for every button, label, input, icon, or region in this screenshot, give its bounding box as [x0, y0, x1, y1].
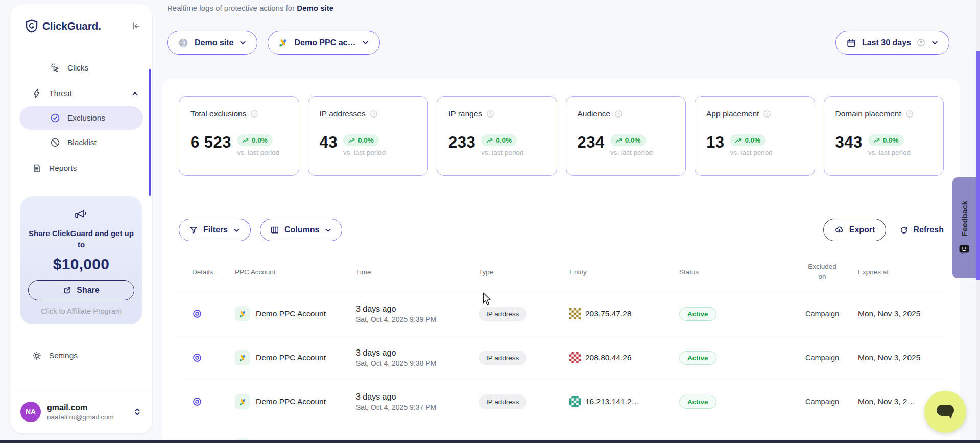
promo-title: Share ClickGuard and get up to — [28, 228, 135, 250]
share-button[interactable]: Share — [28, 280, 134, 300]
stat-caption: vs. last period — [481, 149, 523, 156]
ppc-account-cell: Demo PPC Account — [235, 394, 356, 409]
stat-change: 0.0% — [625, 136, 641, 144]
page-subtitle: Realtime logs of protective actions for … — [167, 4, 333, 12]
type-badge: IP address — [479, 351, 527, 365]
sidebar-item-reports[interactable]: Reports — [10, 155, 152, 181]
promo-caption[interactable]: Click to Affiliate Program — [28, 307, 135, 315]
stat-title: Audience — [578, 109, 611, 119]
table-row: Demo PPC Account 3 days ago Sat, Oct 4, … — [179, 380, 944, 424]
external-link-icon — [63, 286, 72, 295]
sidebar-item-threat[interactable]: Threat — [10, 81, 152, 106]
view-details-icon[interactable] — [192, 309, 202, 319]
feedback-tab[interactable]: Feedback — [952, 177, 976, 278]
document-icon — [32, 163, 42, 173]
cursor-click-icon — [50, 63, 60, 73]
sidebar-item-blacklist[interactable]: Blacklist — [10, 130, 152, 155]
page-scrollbar-thumb[interactable] — [976, 51, 980, 280]
column-header-status: Status — [679, 268, 786, 276]
svg-text:?: ? — [617, 112, 620, 116]
sidebar-nav: Clicks Threat Exclusions — [10, 55, 152, 181]
collapse-sidebar-icon[interactable] — [131, 21, 141, 31]
filters-button[interactable]: Filters — [179, 219, 251, 241]
prohibited-icon — [50, 137, 60, 148]
column-header-type: Type — [479, 268, 569, 276]
sidebar-scrollbar-thumb[interactable] — [149, 69, 151, 196]
help-icon[interactable]: ? — [250, 110, 258, 118]
filters-button-label: Filters — [203, 225, 228, 235]
details-cell — [179, 353, 235, 363]
type-cell: IP address — [479, 351, 569, 365]
sidebar-item-label: Reports — [49, 164, 77, 173]
time-cell: 3 days ago Sat, Oct 4, 2025 9:38 PM — [356, 348, 479, 367]
stat-card-audience: Audience? 234 0.0% vs. last period — [566, 96, 686, 176]
trending-up-icon — [486, 137, 493, 144]
chat-widget-button[interactable] — [924, 391, 966, 433]
chat-bubble-icon — [936, 403, 955, 421]
help-icon[interactable]: ? — [486, 110, 494, 118]
refresh-icon — [899, 225, 909, 235]
view-details-icon[interactable] — [192, 353, 202, 363]
chevron-down-icon — [324, 226, 332, 234]
sidebar-item-settings[interactable]: Settings — [10, 343, 152, 368]
stat-title: App placement — [706, 109, 759, 119]
date-range-selector[interactable]: Last 30 days ? — [835, 31, 949, 55]
entity-cell: 203.75.47.28 — [569, 308, 679, 319]
table-row: Demo PPC Account 3 days ago Sat, Oct 4, … — [179, 292, 944, 336]
subtitle-text: Realtime logs of protective actions for — [167, 4, 297, 12]
selector-row: Demo site Demo PPC ac… — [167, 31, 380, 55]
time-full: Sat, Oct 4, 2025 9:38 PM — [356, 359, 479, 367]
excluded-on-cell: Campaign — [786, 398, 858, 406]
gear-icon — [32, 351, 42, 361]
stat-change: 0.0% — [883, 136, 899, 144]
entity-value: 203.75.47.28 — [585, 309, 632, 318]
stat-card-app-placement: App placement? 13 0.0% vs. last period — [695, 96, 815, 176]
google-ads-icon — [235, 350, 250, 365]
help-icon[interactable]: ? — [763, 110, 771, 118]
status-badge: Active — [679, 395, 716, 409]
ppc-account-name: Demo PPC Account — [256, 309, 326, 318]
ppc-account-selector[interactable]: Demo PPC ac… — [268, 31, 379, 55]
help-icon[interactable]: ? — [905, 110, 914, 118]
svg-text:?: ? — [909, 112, 911, 116]
entity-identicon — [569, 352, 581, 363]
google-ads-icon — [235, 394, 250, 409]
details-cell — [179, 309, 235, 319]
stat-card-domain-placement: Domain placement? 343 0.0% vs. last peri… — [824, 96, 944, 176]
column-header-expires-at: Expires at — [858, 268, 944, 276]
site-selector[interactable]: Demo site — [167, 31, 257, 55]
refresh-button[interactable]: Refresh — [899, 225, 944, 235]
help-icon[interactable]: ? — [917, 38, 925, 47]
stat-title: IP addresses — [320, 109, 366, 119]
subtitle-site-name: Demo site — [297, 4, 333, 12]
trending-up-icon — [242, 137, 249, 144]
chevron-up-icon — [131, 90, 139, 98]
entity-cell: 208.80.44.26 — [569, 352, 679, 363]
time-relative: 3 days ago — [356, 392, 479, 402]
help-icon[interactable]: ? — [614, 110, 623, 118]
site-selector-label: Demo site — [195, 38, 233, 48]
entity-value: 208.80.44.26 — [585, 353, 632, 362]
account-switcher[interactable]: NA gmail.com naatali.ro@gmail.com — [10, 392, 152, 433]
time-relative: 3 days ago — [356, 348, 479, 358]
svg-text:?: ? — [372, 112, 375, 116]
table-row: Demo PPC Account 3 days ago Sat, Oct 4, … — [179, 336, 944, 380]
column-header-details: Details — [179, 268, 235, 276]
sidebar-item-clicks[interactable]: Clicks — [10, 55, 152, 81]
sidebar-item-exclusions[interactable]: Exclusions — [19, 106, 143, 130]
sidebar-item-label: Exclusions — [67, 113, 105, 123]
entity-value: 16.213.141.2… — [585, 397, 639, 406]
time-cell: 3 days ago Sat, Oct 4, 2025 9:37 PM — [356, 392, 479, 411]
globe-icon — [178, 37, 189, 49]
columns-button[interactable]: Columns — [260, 219, 342, 241]
excluded-on-cell: Campaign — [786, 354, 858, 362]
view-details-icon[interactable] — [192, 397, 202, 407]
chevron-down-icon — [931, 39, 939, 46]
help-icon[interactable]: ? — [370, 110, 378, 118]
type-badge: IP address — [479, 307, 527, 321]
stats-row: Total exclusions? 6 523 0.0% vs. last pe… — [179, 96, 944, 176]
stat-change: 0.0% — [252, 136, 268, 144]
export-button[interactable]: Export — [823, 219, 887, 241]
time-cell: 3 days ago Sat, Oct 4, 2025 9:39 PM — [356, 305, 479, 323]
feedback-smiley-icon — [959, 244, 970, 255]
